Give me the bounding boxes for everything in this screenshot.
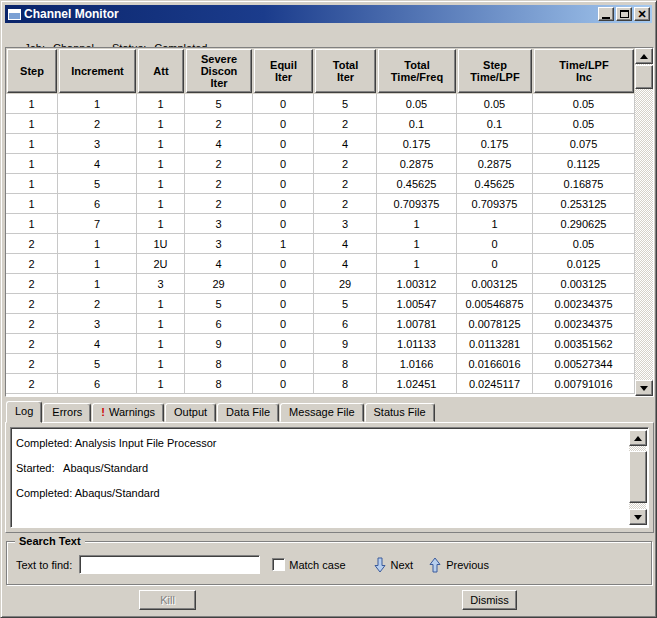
table-header-row: StepIncrementAttSevere Discon IterEquil … (6, 48, 635, 94)
minimize-button[interactable] (598, 7, 614, 21)
table-cell: 2 (314, 174, 377, 194)
column-header: Severe Discon Iter (186, 49, 252, 93)
log-scrollbar-thumb[interactable] (629, 451, 647, 503)
table-row[interactable]: 2518081.01660.01660160.00527344 (6, 354, 635, 374)
table-cell: 1 (137, 214, 185, 234)
log-text-area[interactable]: Completed: Analysis Input File Processor… (10, 427, 649, 528)
log-scrollbar[interactable] (629, 430, 646, 525)
table-cell: 2 (6, 374, 58, 394)
tab-message-file[interactable]: Message File (280, 403, 363, 422)
table-cell: 1U (137, 234, 185, 254)
table-cell: 0.05 (533, 114, 635, 134)
table-cell: 1 (137, 154, 185, 174)
table-cell: 0.2875 (457, 154, 533, 174)
table-cell: 1.00547 (377, 294, 457, 314)
table-row[interactable]: 2215051.005470.005468750.00234375 (6, 294, 635, 314)
table-cell: 0.16875 (533, 174, 635, 194)
table-cell: 1 (6, 154, 58, 174)
table-cell: 0.00234375 (533, 314, 635, 334)
table-cell: 5 (185, 94, 253, 114)
table-cell: 6 (185, 314, 253, 334)
tab-output[interactable]: Output (165, 403, 216, 422)
table-cell: 1 (137, 374, 185, 394)
match-case-checkbox[interactable] (272, 558, 285, 571)
table-row[interactable]: 2618081.024510.02451170.00791016 (6, 374, 635, 394)
tab-label: Message File (289, 406, 354, 418)
table-row[interactable]: 1612020.7093750.7093750.253125 (6, 194, 635, 214)
tab-label: Log (15, 405, 33, 417)
table-cell: 0 (253, 374, 314, 394)
table-cell: 6 (58, 374, 137, 394)
tab-log[interactable]: Log (6, 401, 42, 423)
table-scrollbar[interactable] (635, 48, 653, 396)
table-cell: 5 (58, 354, 137, 374)
table-scroll-up-button[interactable] (635, 48, 653, 64)
table-cell: 0 (253, 294, 314, 314)
table-cell: 1 (377, 234, 457, 254)
table-cell: 0 (253, 274, 314, 294)
table-cell: 0 (253, 354, 314, 374)
arrow-up-icon (640, 54, 648, 59)
maximize-button[interactable] (616, 7, 632, 21)
table-row[interactable]: 2316061.007810.00781250.00234375 (6, 314, 635, 334)
column-header: Step (7, 49, 57, 93)
table-cell: 1 (58, 234, 137, 254)
next-button[interactable]: Next (374, 557, 414, 573)
table-cell: 0.1 (457, 114, 533, 134)
table-cell: 0 (253, 174, 314, 194)
column-header: Total Time/Freq (378, 49, 456, 93)
table-cell: 1 (253, 234, 314, 254)
table-cell: 4 (314, 254, 377, 274)
log-scroll-up-button[interactable] (629, 430, 647, 446)
kill-button[interactable]: Kill (139, 590, 196, 610)
table-cell: 2 (58, 114, 137, 134)
table-cell: 1.02451 (377, 374, 457, 394)
find-input[interactable] (79, 555, 260, 574)
tab-warnings[interactable]: !Warnings (92, 403, 164, 422)
table-scrollbar-thumb[interactable] (635, 65, 653, 89)
tab-label: Status File (374, 406, 426, 418)
close-button[interactable]: ✕ (634, 7, 650, 21)
table-row[interactable]: 213290291.003120.0031250.003125 (6, 274, 635, 294)
title-bar[interactable]: Channel Monitor ✕ (5, 5, 652, 23)
table-cell: 0 (457, 254, 533, 274)
table-cell: 0 (253, 314, 314, 334)
table-cell: 1 (137, 194, 185, 214)
table-row[interactable]: 171303110.290625 (6, 214, 635, 234)
window-title: Channel Monitor (24, 7, 598, 21)
table-grid: StepIncrementAttSevere Discon IterEquil … (6, 48, 635, 396)
table-cell: 0.45625 (457, 174, 533, 194)
log-scroll-down-button[interactable] (629, 509, 647, 525)
tab-data-file[interactable]: Data File (217, 403, 279, 422)
table-row[interactable]: 2419091.011330.01132810.00351562 (6, 334, 635, 354)
table-cell: 2 (6, 294, 58, 314)
table-row[interactable]: 211U314100.05 (6, 234, 635, 254)
table-cell: 29 (185, 274, 253, 294)
dismiss-button[interactable]: Dismiss (462, 590, 517, 610)
table-body: 1115050.050.050.051212020.10.10.05131404… (6, 94, 635, 396)
table-cell: 3 (137, 274, 185, 294)
table-row[interactable]: 1314040.1750.1750.075 (6, 134, 635, 154)
search-row: Text to find: Match case Next Previous (16, 555, 645, 574)
table-cell: 1 (6, 94, 58, 114)
table-cell: 0 (253, 194, 314, 214)
table-cell: 0.253125 (533, 194, 635, 214)
table-cell: 1 (377, 254, 457, 274)
tab-status-file[interactable]: Status File (365, 403, 435, 422)
log-tab-panel: Completed: Analysis Input File Processor… (5, 422, 654, 533)
table-cell: 5 (314, 94, 377, 114)
table-cell: 0.075 (533, 134, 635, 154)
tab-label: Output (174, 406, 207, 418)
table-row[interactable]: 1512020.456250.456250.16875 (6, 174, 635, 194)
table-row[interactable]: 1212020.10.10.05 (6, 114, 635, 134)
table-scroll-down-button[interactable] (635, 380, 653, 396)
log-line: Completed: Analysis Input File Processor (16, 437, 624, 449)
table-row[interactable]: 1412020.28750.28750.1125 (6, 154, 635, 174)
tab-errors[interactable]: Errors (43, 403, 91, 422)
table-row[interactable]: 212U404100.0125 (6, 254, 635, 274)
table-row[interactable]: 1115050.050.050.05 (6, 94, 635, 114)
warning-icon: ! (101, 406, 105, 418)
table-cell: 1 (137, 294, 185, 314)
table-cell: 0.0245117 (457, 374, 533, 394)
previous-button[interactable]: Previous (429, 557, 489, 573)
